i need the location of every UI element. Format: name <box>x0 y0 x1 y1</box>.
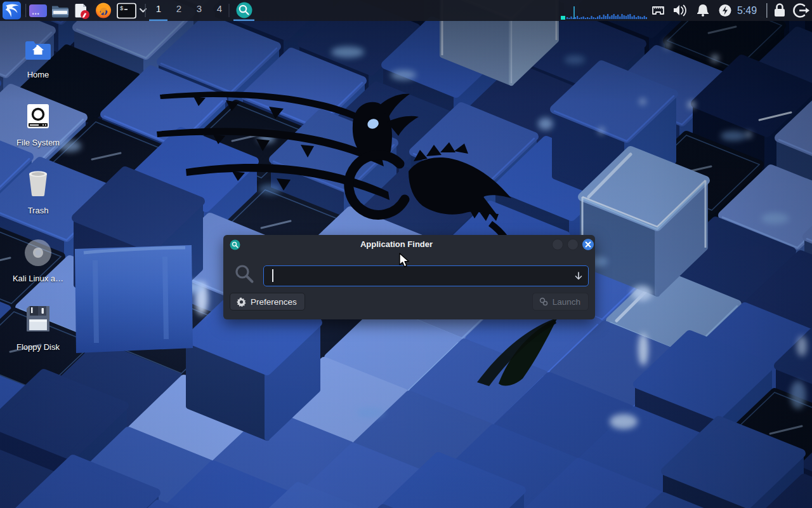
svg-text:$: $ <box>120 6 124 12</box>
svg-text:5:49: 5:49 <box>737 5 757 16</box>
